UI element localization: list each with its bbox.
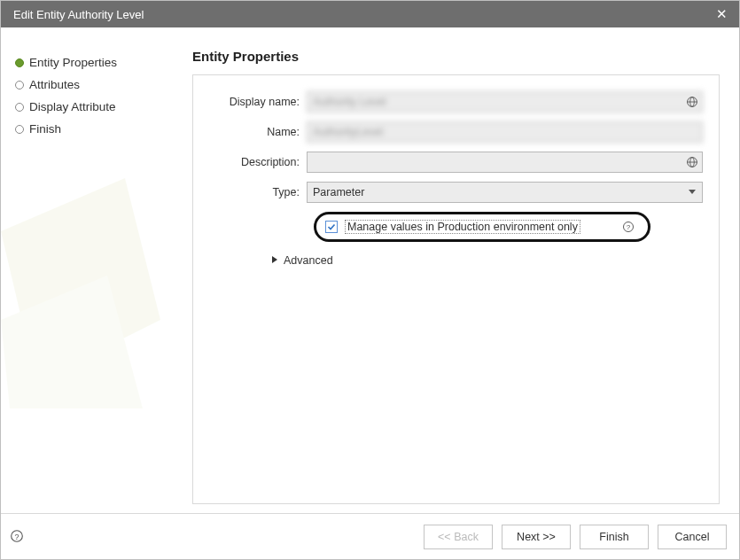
- dialog-body: Entity Properties Attributes Display Att…: [1, 27, 739, 513]
- description-input-wrap: [307, 152, 703, 173]
- description-label: Description:: [209, 156, 307, 168]
- main-panel: Entity Properties Display name: Name:: [178, 27, 739, 513]
- sidebar-item-label: Attributes: [29, 78, 80, 91]
- row-type: Type: Parameter: [209, 182, 703, 203]
- window-title: Edit Entity Authority Level: [13, 8, 144, 21]
- title-bar: Edit Entity Authority Level ✕: [1, 1, 739, 27]
- globe-icon[interactable]: [685, 155, 699, 169]
- type-select-value: Parameter: [313, 186, 364, 198]
- description-input[interactable]: [307, 152, 703, 173]
- callout-highlight: Manage values in Production environment …: [314, 212, 650, 242]
- back-button: << Back: [424, 525, 493, 549]
- form-panel: Display name: Name: Description: [192, 74, 720, 504]
- type-label: Type:: [209, 186, 307, 198]
- chevron-down-icon: [688, 186, 697, 198]
- name-input-wrap: [307, 121, 703, 143]
- wizard-sidebar: Entity Properties Attributes Display Att…: [1, 27, 178, 513]
- step-bullet-icon: [15, 125, 24, 134]
- svg-marker-1: [1, 276, 143, 408]
- display-name-input-wrap: [307, 91, 703, 113]
- sidebar-item-label: Entity Properties: [29, 56, 117, 69]
- step-bullet-icon: [15, 81, 24, 89]
- help-icon[interactable]: ?: [621, 220, 635, 234]
- advanced-label: Advanced: [284, 254, 333, 267]
- svg-marker-11: [272, 256, 277, 263]
- close-icon[interactable]: ✕: [713, 6, 730, 22]
- step-bullet-icon: [15, 58, 24, 67]
- manage-values-label: Manage values in Production environment …: [345, 220, 580, 234]
- help-icon[interactable]: ?: [10, 529, 26, 545]
- dialog-footer: ? << Back Next >> Finish Cancel: [1, 513, 739, 559]
- finish-button[interactable]: Finish: [580, 525, 649, 549]
- row-manage-values: Manage values in Production environment …: [314, 212, 703, 242]
- svg-marker-0: [1, 178, 160, 382]
- background-art: [1, 178, 178, 408]
- advanced-toggle[interactable]: Advanced: [271, 254, 703, 267]
- cancel-button[interactable]: Cancel: [658, 525, 727, 549]
- display-name-label: Display name:: [209, 96, 307, 108]
- chevron-right-icon: [271, 254, 278, 267]
- sidebar-item-entity-properties[interactable]: Entity Properties: [15, 56, 169, 69]
- sidebar-item-label: Finish: [29, 122, 61, 136]
- sidebar-item-attributes[interactable]: Attributes: [15, 78, 169, 91]
- manage-values-checkbox[interactable]: [325, 221, 338, 233]
- next-button[interactable]: Next >>: [502, 525, 571, 549]
- type-select[interactable]: Parameter: [307, 182, 703, 203]
- svg-text:?: ?: [14, 532, 19, 541]
- sidebar-item-label: Display Attribute: [29, 100, 116, 113]
- globe-icon[interactable]: [685, 95, 699, 109]
- display-name-input[interactable]: [307, 91, 703, 113]
- svg-marker-8: [689, 190, 696, 194]
- dialog-window: Edit Entity Authority Level ✕ Entity Pro…: [0, 0, 740, 560]
- panel-heading: Entity Properties: [192, 49, 720, 64]
- name-label: Name:: [209, 126, 307, 138]
- sidebar-item-display-attribute[interactable]: Display Attribute: [15, 100, 169, 113]
- name-input[interactable]: [307, 121, 703, 143]
- step-bullet-icon: [15, 103, 24, 112]
- svg-text:?: ?: [627, 223, 631, 231]
- type-select-wrap: Parameter: [307, 182, 703, 203]
- row-display-name: Display name:: [209, 91, 703, 113]
- row-description: Description:: [209, 152, 703, 173]
- sidebar-item-finish[interactable]: Finish: [15, 122, 169, 136]
- row-name: Name:: [209, 121, 703, 143]
